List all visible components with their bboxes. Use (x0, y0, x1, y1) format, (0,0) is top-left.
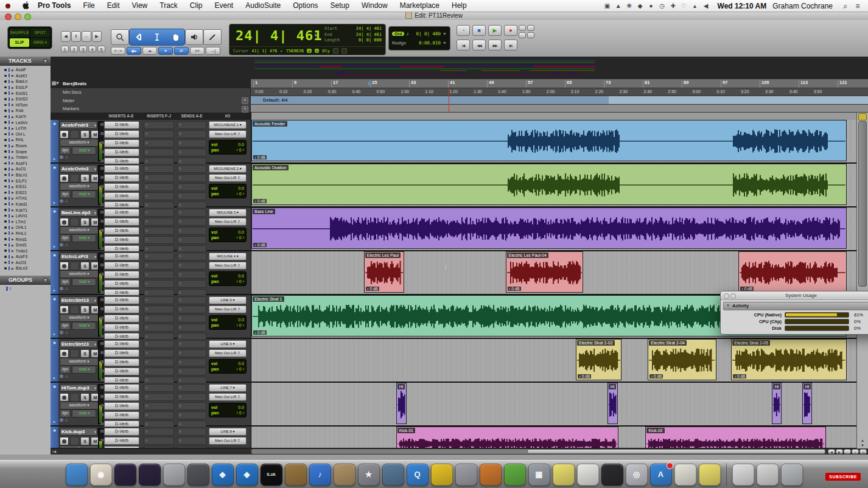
clip-gain-badge[interactable]: 0 dB (508, 287, 521, 291)
automation-mode-selector[interactable]: read ▾ (72, 234, 96, 242)
sidebar-track-els21[interactable]: ▶ElS21 (0, 189, 51, 195)
input-path-selector[interactable]: MIC/LINE 3 ▾ (209, 209, 247, 217)
groups-header[interactable]: GROUPS▾ (0, 276, 51, 285)
scroll-up-arrow[interactable]: ▲ (857, 439, 868, 442)
clip-hi[interactable]: Hi (772, 383, 782, 424)
insert-3-d-verb[interactable]: D-Verb (104, 358, 139, 366)
playlist-icon[interactable]: ◉ (51, 428, 58, 432)
track-show-dot[interactable] (4, 121, 7, 124)
min-secs-ruler[interactable]: 0:000:100:200:300:400:501:001:101:201:30… (251, 88, 868, 96)
system-usage-titlebar[interactable]: System Usage (721, 291, 868, 300)
insert-slot-empty[interactable] (144, 218, 174, 226)
vol-pan-display[interactable]: vol0.0pan‹ 0 › (209, 140, 247, 155)
playlist-icon[interactable]: ◉ (51, 340, 58, 344)
timebase-icon[interactable]: ⊥ (65, 198, 68, 203)
pan-value[interactable]: ‹ 0 › (237, 410, 244, 416)
zoom-preset-2[interactable]: 2 (70, 46, 78, 52)
insert-slot-empty[interactable] (144, 305, 174, 313)
track-edge-strip[interactable]: ◉▸ (51, 339, 58, 382)
sidebar-track-label[interactable]: Kick (16, 108, 24, 113)
go-to-end-button[interactable]: ▶| (504, 40, 517, 51)
insert-slot-empty[interactable] (144, 296, 174, 304)
nudge-dropdown-icon[interactable]: ▼ (443, 41, 447, 45)
track-show-dot[interactable] (4, 98, 7, 100)
meter-default[interactable]: Default: 4/4 (263, 97, 287, 103)
sidebar-track-kcktr[interactable]: ▶KckTr (0, 114, 51, 120)
track-show-dot[interactable] (4, 174, 7, 176)
record-enable-button[interactable] (60, 218, 69, 226)
dock-icon-documents-folder[interactable] (757, 464, 779, 486)
clip-hi[interactable]: Hi (607, 383, 618, 424)
dock-icon-textedit[interactable] (577, 464, 599, 486)
vol-value[interactable]: 0.0 (238, 317, 244, 322)
track-expand-icon[interactable]: ▸ (51, 244, 58, 248)
insert-slot-empty[interactable] (144, 209, 174, 217)
min-secs-ruler-label[interactable]: Min:Secs (51, 88, 251, 96)
track-view-selector[interactable]: waveform ▾ (60, 358, 99, 366)
track-show-dot[interactable] (4, 244, 7, 246)
input-path-selector[interactable]: LINE 8 ▾ (209, 428, 247, 436)
clip-unnamed-2[interactable]: 0 dB (738, 251, 847, 293)
sidebar-track-label[interactable]: OH L (16, 132, 26, 136)
sidebar-track-label[interactable]: AcO1 (16, 167, 26, 171)
clip-electric-les-paul-04[interactable]: Electric Les Paul-040 dB (506, 251, 583, 293)
track-show-dot[interactable] (4, 156, 7, 159)
sidebar-track-label[interactable]: Tmbrn (16, 155, 28, 159)
menu-options[interactable]: Options (287, 0, 324, 12)
vol-value[interactable]: 0.0 (238, 186, 244, 191)
sidebar-track-bsln1[interactable]: ▶BsLn1 (0, 172, 51, 178)
track-lane-elctrclspl3[interactable]: Electric Les Paul0 dBElectric Les Paul-0… (251, 251, 857, 294)
insert-2-d-verb[interactable]: D-Verb (104, 393, 139, 401)
track-edge-strip[interactable]: ◉▸ (51, 120, 58, 162)
output-path-selector[interactable]: Main Out L/R ⇧ (209, 437, 247, 445)
insert-slot-empty[interactable] (144, 121, 174, 129)
dock-icon-system-utility[interactable] (187, 464, 209, 486)
track-name[interactable]: Kick.dup3▾ (60, 428, 97, 436)
subscribe-badge[interactable]: SUBSCRIBE (825, 473, 861, 481)
menu-audiosuite[interactable]: AudioSuite (239, 0, 287, 12)
dock-icon-pro-tools-11[interactable] (139, 464, 161, 486)
output-path-selector[interactable]: Main Out L/R ⇧ (209, 349, 247, 357)
track-show-dot[interactable] (4, 133, 7, 136)
playlist-icon[interactable]: ◉ (51, 209, 58, 213)
zoom-waveform-vertical[interactable]: ⇕ (71, 31, 81, 42)
sidebar-track-label[interactable]: ElctS2 (16, 97, 28, 101)
clip-kick-01[interactable]: Kick-01 (396, 427, 619, 448)
elastic-audio-icon[interactable]: ◍ (60, 155, 63, 159)
zoom-window-button[interactable] (24, 13, 31, 20)
track-name-dropdown-icon[interactable]: ▾ (94, 122, 96, 129)
sidebar-track-label[interactable]: LedVx (16, 120, 27, 125)
track-show-dot[interactable] (4, 249, 7, 252)
insert-slot-empty[interactable] (144, 437, 174, 445)
sidebar-track-oh-l[interactable]: ▶OH L (0, 131, 51, 138)
insert-slot-empty[interactable] (144, 349, 174, 357)
output-path-selector[interactable]: Main Out L/R ⇧ (209, 262, 247, 270)
sidebar-track-elcts2[interactable]: ▶ElctS2 (0, 96, 51, 102)
dock-icon-finder[interactable] (66, 464, 88, 486)
menubar-clock[interactable]: Wed 12:10 AM (718, 2, 767, 10)
sidebar-track-label[interactable]: ElLP1 (16, 179, 27, 183)
input-path-selector[interactable]: LINE 5 ▾ (209, 296, 247, 304)
track-expand-icon[interactable]: ▸ (51, 200, 58, 204)
track-show-dot[interactable] (4, 197, 7, 200)
track-show-dot[interactable] (4, 186, 7, 188)
track-name-dropdown-icon[interactable]: ▾ (94, 428, 96, 436)
track-name-dropdown-icon[interactable]: ▾ (94, 385, 96, 392)
grid-dropdown-icon[interactable]: ▼ (443, 32, 447, 36)
sidebar-track-aco1[interactable]: ▶AcO1 (0, 166, 51, 172)
elastic-audio-icon[interactable]: ◍ (60, 198, 63, 203)
track-view-selector[interactable]: waveform ▾ (60, 402, 99, 410)
vol-pan-display[interactable]: vol0.0pan‹ 0 › (209, 315, 247, 330)
record-enable-button[interactable] (60, 130, 69, 139)
insert-slot-empty[interactable] (144, 271, 174, 279)
sidebar-track-label[interactable]: Tmbr1 (16, 249, 28, 253)
link-track-selection-button[interactable]: ▫▸ (142, 47, 157, 55)
clip-acoustic-ovation[interactable]: Acoustic Ovation0 dB (251, 164, 847, 205)
sidebar-track-label[interactable]: BsLn1 (16, 173, 27, 177)
insert-1-d-verb[interactable]: D-Verb (104, 296, 139, 304)
accessibility-icon[interactable]: ✚ (668, 2, 679, 9)
record-button[interactable]: ● (504, 25, 517, 36)
insert-4-d-verb[interactable]: D-Verb (104, 368, 139, 375)
playlist-icon[interactable]: ◉ (51, 165, 58, 169)
sidebar-track-label[interactable]: Snrd1 (16, 243, 27, 247)
